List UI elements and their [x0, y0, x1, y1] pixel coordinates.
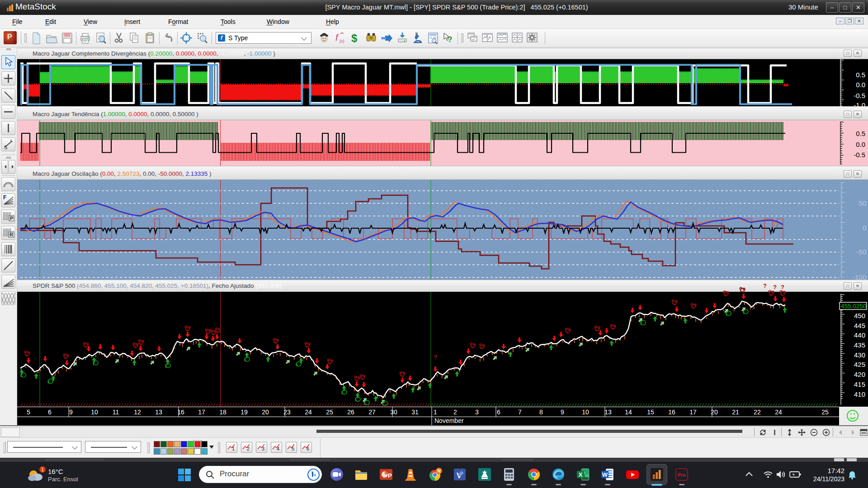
svg-text:50: 50: [859, 199, 866, 207]
svg-text:-1.0: -1.0: [854, 101, 865, 109]
svg-text:27: 27: [368, 408, 376, 416]
svg-text:15: 15: [647, 408, 654, 416]
svg-text:420: 420: [854, 371, 865, 378]
svg-text:440: 440: [854, 331, 865, 339]
svg-text:410: 410: [854, 390, 865, 398]
svg-text:-50: -50: [856, 248, 866, 256]
svg-text:0.0: 0.0: [856, 81, 865, 89]
svg-text:4: 4: [277, 446, 279, 451]
svg-text:X: X: [579, 471, 583, 478]
svg-text:8: 8: [539, 408, 543, 416]
svg-text:W: W: [602, 471, 608, 478]
svg-text:455.0250: 455.0250: [841, 303, 866, 310]
svg-text:-0.5: -0.5: [854, 151, 865, 159]
svg-text:Pro: Pro: [678, 472, 686, 478]
svg-text:9: 9: [69, 408, 73, 416]
svg-text:0.0: 0.0: [856, 141, 865, 148]
svg-text:26: 26: [347, 408, 354, 416]
svg-text:?: ?: [434, 354, 437, 361]
svg-text:3: 3: [262, 446, 264, 451]
svg-text:17: 17: [198, 408, 205, 416]
svg-text:415: 415: [854, 380, 865, 388]
svg-text:24: 24: [775, 408, 782, 416]
svg-text:5: 5: [292, 446, 294, 451]
svg-text:1: 1: [41, 467, 44, 472]
svg-text:N: N: [437, 469, 440, 474]
svg-text:6: 6: [497, 408, 500, 416]
svg-text:12: 12: [134, 408, 141, 416]
svg-text:5: 5: [27, 408, 30, 416]
svg-text:?: ?: [773, 284, 777, 291]
svg-text:10: 10: [91, 408, 98, 416]
svg-text:2: 2: [247, 446, 250, 451]
svg-text:?: ?: [781, 284, 784, 291]
svg-text:13: 13: [155, 408, 162, 416]
svg-text:9: 9: [561, 408, 564, 416]
svg-text:11: 11: [113, 408, 119, 416]
svg-text:14: 14: [625, 408, 632, 416]
svg-text:6: 6: [48, 408, 52, 416]
svg-text:November: November: [434, 417, 464, 424]
svg-text:425: 425: [854, 361, 865, 368]
svg-text:435: 435: [854, 341, 865, 349]
svg-text:22: 22: [754, 408, 761, 416]
svg-text:445: 445: [854, 322, 865, 329]
svg-text:31: 31: [411, 408, 419, 416]
svg-text:450: 450: [854, 312, 865, 319]
svg-text:-0.5: -0.5: [854, 92, 865, 99]
svg-text:3: 3: [475, 408, 479, 416]
svg-text:0.5: 0.5: [856, 71, 865, 79]
svg-text:1: 1: [434, 408, 437, 416]
svg-text:10: 10: [582, 408, 589, 416]
svg-text:7: 7: [518, 408, 522, 416]
svg-text:16: 16: [668, 408, 675, 416]
svg-text:0: 0: [863, 224, 866, 232]
svg-text:13: 13: [604, 408, 612, 416]
svg-text:24: 24: [305, 408, 312, 416]
svg-text:30: 30: [390, 408, 397, 416]
svg-text:18: 18: [219, 408, 226, 416]
svg-text:19: 19: [241, 408, 248, 416]
svg-text:25: 25: [326, 408, 333, 416]
svg-text:21: 21: [732, 408, 739, 416]
svg-text:-100: -100: [853, 273, 866, 281]
svg-text:6: 6: [307, 446, 309, 451]
svg-text:2: 2: [453, 408, 457, 416]
svg-text:0.5: 0.5: [856, 130, 865, 137]
svg-text:20: 20: [262, 408, 269, 416]
svg-text:1: 1: [232, 446, 235, 451]
svg-text:?: ?: [763, 282, 767, 289]
svg-text:17: 17: [689, 408, 697, 416]
svg-text:430: 430: [854, 351, 865, 359]
svg-text:P: P: [388, 472, 392, 479]
svg-text:25: 25: [821, 408, 829, 416]
